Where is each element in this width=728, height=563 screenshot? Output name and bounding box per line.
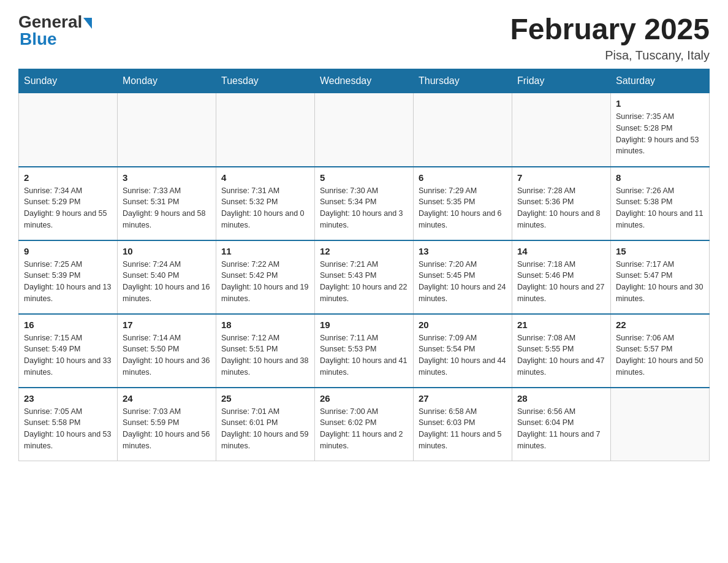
day-number: 17 (123, 320, 211, 330)
logo-blue-text: Blue (20, 29, 57, 48)
day-header-friday: Friday (512, 69, 611, 93)
month-title: February 2025 (510, 12, 710, 46)
calendar-day-cell: 15Sunrise: 7:17 AM Sunset: 5:47 PM Dayli… (611, 240, 710, 314)
calendar-day-cell (118, 93, 216, 167)
day-info: Sunrise: 7:14 AM Sunset: 5:50 PM Dayligh… (123, 332, 211, 378)
calendar-day-cell: 8Sunrise: 7:26 AM Sunset: 5:38 PM Daylig… (611, 167, 710, 240)
day-number: 24 (123, 393, 211, 404)
page-header: General Blue February 2025 Pisa, Tuscany… (18, 12, 710, 63)
day-info: Sunrise: 7:34 AM Sunset: 5:29 PM Dayligh… (24, 185, 112, 231)
calendar-day-cell: 14Sunrise: 7:18 AM Sunset: 5:46 PM Dayli… (512, 240, 611, 314)
day-number: 4 (221, 172, 309, 183)
day-info: Sunrise: 6:58 AM Sunset: 6:03 PM Dayligh… (419, 406, 507, 452)
day-number: 25 (221, 393, 309, 404)
calendar-day-cell (512, 93, 611, 167)
day-header-monday: Monday (118, 69, 216, 93)
calendar-week-row: 1Sunrise: 7:35 AM Sunset: 5:28 PM Daylig… (19, 93, 710, 167)
day-number: 10 (123, 246, 211, 256)
day-number: 8 (616, 172, 704, 183)
day-number: 18 (221, 320, 309, 330)
calendar-day-cell: 26Sunrise: 7:00 AM Sunset: 6:02 PM Dayli… (315, 388, 414, 461)
day-number: 20 (419, 320, 507, 330)
logo-arrow-icon (83, 18, 92, 29)
day-info: Sunrise: 7:31 AM Sunset: 5:32 PM Dayligh… (221, 185, 309, 231)
location-title: Pisa, Tuscany, Italy (510, 48, 710, 63)
day-info: Sunrise: 6:56 AM Sunset: 6:04 PM Dayligh… (517, 406, 605, 452)
day-info: Sunrise: 7:12 AM Sunset: 5:51 PM Dayligh… (221, 332, 309, 378)
calendar-day-cell: 6Sunrise: 7:29 AM Sunset: 5:35 PM Daylig… (414, 167, 512, 240)
day-number: 1 (616, 98, 704, 109)
logo: General Blue (18, 12, 93, 49)
day-header-saturday: Saturday (611, 69, 710, 93)
calendar-day-cell: 17Sunrise: 7:14 AM Sunset: 5:50 PM Dayli… (118, 314, 216, 388)
day-info: Sunrise: 7:33 AM Sunset: 5:31 PM Dayligh… (123, 185, 211, 231)
calendar-day-cell: 18Sunrise: 7:12 AM Sunset: 5:51 PM Dayli… (216, 314, 315, 388)
calendar-day-cell: 12Sunrise: 7:21 AM Sunset: 5:43 PM Dayli… (315, 240, 414, 314)
day-info: Sunrise: 7:18 AM Sunset: 5:46 PM Dayligh… (517, 259, 605, 305)
calendar-day-cell: 20Sunrise: 7:09 AM Sunset: 5:54 PM Dayli… (414, 314, 512, 388)
calendar-day-cell (19, 93, 118, 167)
calendar-day-cell: 11Sunrise: 7:22 AM Sunset: 5:42 PM Dayli… (216, 240, 315, 314)
calendar-week-row: 16Sunrise: 7:15 AM Sunset: 5:49 PM Dayli… (19, 314, 710, 388)
day-number: 7 (517, 172, 605, 183)
day-number: 5 (320, 172, 408, 183)
calendar-day-cell: 9Sunrise: 7:25 AM Sunset: 5:39 PM Daylig… (19, 240, 118, 314)
calendar-day-cell: 4Sunrise: 7:31 AM Sunset: 5:32 PM Daylig… (216, 167, 315, 240)
calendar-week-row: 23Sunrise: 7:05 AM Sunset: 5:58 PM Dayli… (19, 388, 710, 461)
day-header-wednesday: Wednesday (315, 69, 414, 93)
day-info: Sunrise: 7:08 AM Sunset: 5:55 PM Dayligh… (517, 332, 605, 378)
calendar-day-cell (216, 93, 315, 167)
calendar-day-cell: 22Sunrise: 7:06 AM Sunset: 5:57 PM Dayli… (611, 314, 710, 388)
day-number: 14 (517, 246, 605, 256)
day-info: Sunrise: 7:11 AM Sunset: 5:53 PM Dayligh… (320, 332, 408, 378)
day-info: Sunrise: 7:09 AM Sunset: 5:54 PM Dayligh… (419, 332, 507, 378)
day-info: Sunrise: 7:17 AM Sunset: 5:47 PM Dayligh… (616, 259, 704, 305)
day-info: Sunrise: 7:05 AM Sunset: 5:58 PM Dayligh… (24, 406, 112, 452)
day-info: Sunrise: 7:15 AM Sunset: 5:49 PM Dayligh… (24, 332, 112, 378)
day-number: 12 (320, 246, 408, 256)
day-number: 23 (24, 393, 112, 404)
calendar-day-cell (611, 388, 710, 461)
calendar-day-cell: 24Sunrise: 7:03 AM Sunset: 5:59 PM Dayli… (118, 388, 216, 461)
day-info: Sunrise: 7:06 AM Sunset: 5:57 PM Dayligh… (616, 332, 704, 378)
calendar-table: SundayMondayTuesdayWednesdayThursdayFrid… (18, 69, 710, 461)
day-info: Sunrise: 7:01 AM Sunset: 6:01 PM Dayligh… (221, 406, 309, 452)
day-number: 26 (320, 393, 408, 404)
day-number: 15 (616, 246, 704, 256)
calendar-day-cell: 1Sunrise: 7:35 AM Sunset: 5:28 PM Daylig… (611, 93, 710, 167)
day-header-thursday: Thursday (414, 69, 512, 93)
day-info: Sunrise: 7:29 AM Sunset: 5:35 PM Dayligh… (419, 185, 507, 231)
day-number: 3 (123, 172, 211, 183)
calendar-day-cell: 16Sunrise: 7:15 AM Sunset: 5:49 PM Dayli… (19, 314, 118, 388)
day-number: 19 (320, 320, 408, 330)
calendar-day-cell (315, 93, 414, 167)
day-info: Sunrise: 7:20 AM Sunset: 5:45 PM Dayligh… (419, 259, 507, 305)
calendar-day-cell: 19Sunrise: 7:11 AM Sunset: 5:53 PM Dayli… (315, 314, 414, 388)
day-info: Sunrise: 7:25 AM Sunset: 5:39 PM Dayligh… (24, 259, 112, 305)
day-number: 16 (24, 320, 112, 330)
day-number: 22 (616, 320, 704, 330)
calendar-day-cell: 23Sunrise: 7:05 AM Sunset: 5:58 PM Dayli… (19, 388, 118, 461)
calendar-day-cell: 3Sunrise: 7:33 AM Sunset: 5:31 PM Daylig… (118, 167, 216, 240)
calendar-week-row: 2Sunrise: 7:34 AM Sunset: 5:29 PM Daylig… (19, 167, 710, 240)
day-number: 13 (419, 246, 507, 256)
day-number: 6 (419, 172, 507, 183)
title-section: February 2025 Pisa, Tuscany, Italy (510, 12, 710, 63)
calendar-day-cell: 2Sunrise: 7:34 AM Sunset: 5:29 PM Daylig… (19, 167, 118, 240)
calendar-day-cell: 10Sunrise: 7:24 AM Sunset: 5:40 PM Dayli… (118, 240, 216, 314)
day-info: Sunrise: 7:26 AM Sunset: 5:38 PM Dayligh… (616, 185, 704, 231)
calendar-day-cell (414, 93, 512, 167)
day-info: Sunrise: 7:35 AM Sunset: 5:28 PM Dayligh… (616, 111, 704, 157)
calendar-day-cell: 27Sunrise: 6:58 AM Sunset: 6:03 PM Dayli… (414, 388, 512, 461)
day-header-tuesday: Tuesday (216, 69, 315, 93)
calendar-week-row: 9Sunrise: 7:25 AM Sunset: 5:39 PM Daylig… (19, 240, 710, 314)
day-info: Sunrise: 7:03 AM Sunset: 5:59 PM Dayligh… (123, 406, 211, 452)
calendar-header-row: SundayMondayTuesdayWednesdayThursdayFrid… (19, 69, 710, 93)
day-info: Sunrise: 7:21 AM Sunset: 5:43 PM Dayligh… (320, 259, 408, 305)
day-number: 2 (24, 172, 112, 183)
calendar-day-cell: 25Sunrise: 7:01 AM Sunset: 6:01 PM Dayli… (216, 388, 315, 461)
calendar-day-cell: 5Sunrise: 7:30 AM Sunset: 5:34 PM Daylig… (315, 167, 414, 240)
day-info: Sunrise: 7:30 AM Sunset: 5:34 PM Dayligh… (320, 185, 408, 231)
calendar-day-cell: 13Sunrise: 7:20 AM Sunset: 5:45 PM Dayli… (414, 240, 512, 314)
day-info: Sunrise: 7:00 AM Sunset: 6:02 PM Dayligh… (320, 406, 408, 452)
